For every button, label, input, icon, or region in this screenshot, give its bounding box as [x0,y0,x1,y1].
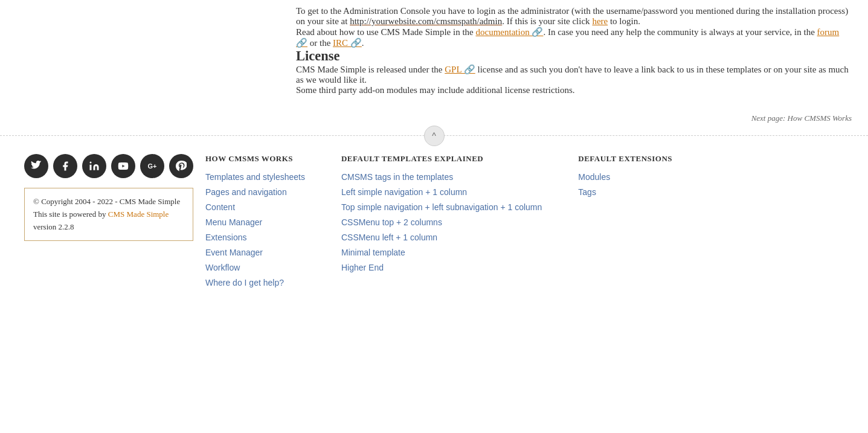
copyright-line2: This site is powered by CMS Made Simple … [33,208,184,234]
youtube-icon[interactable] [111,154,135,178]
list-item: CSSMenu top + 2 columns [341,217,542,228]
list-item: Higher End [341,263,542,273]
list-item: Top simple navigation + left subnavigati… [341,202,542,213]
next-page-link[interactable]: Next page: How CMSMS Works [296,114,852,123]
modules-link[interactable]: Modules [578,172,610,182]
admin-console-paragraph: To get to the Administration Console you… [296,6,852,27]
divider-section: ^ [0,135,868,136]
where-get-help-link[interactable]: Where do I get help? [205,278,284,287]
copyright-box: © Copyright 2004 - 2022 - CMS Made Simpl… [24,188,193,241]
documentation-link[interactable]: documentation 🔗 [475,27,543,37]
how-cmsms-heading: HOW CMSMS WORKS [205,154,305,164]
default-extensions-list: Modules Tags [578,172,672,197]
list-item: Pages and navigation [205,187,305,197]
how-cmsms-list: Templates and stylesheets Pages and navi… [205,172,305,288]
list-item: CMSMS tags in the templates [341,172,542,182]
facebook-icon[interactable] [53,154,77,178]
here-link[interactable]: here [592,16,608,26]
cssmenu-left-link[interactable]: CSSMenu left + 1 column [341,233,437,242]
list-item: Where do I get help? [205,278,305,288]
version-text: version 2.2.8 [33,222,74,231]
license-paragraph-1: CMS Made Simple is released under the GP… [296,64,852,85]
workflow-link[interactable]: Workflow [205,263,240,272]
pinterest-icon[interactable] [169,154,193,178]
list-item: Menu Manager [205,217,305,228]
list-item: Minimal template [341,248,542,258]
forum-link[interactable]: forum 🔗 [296,27,839,48]
main-content: To get to the Administration Console you… [296,0,864,129]
documentation-paragraph: Read about how to use CMS Made Simple in… [296,27,852,48]
content-link[interactable]: Content [205,202,235,212]
copyright-line1: © Copyright 2004 - 2022 - CMS Made Simpl… [33,196,184,208]
event-manager-link[interactable]: Event Manager [205,248,263,257]
default-templates-heading: DEFAULT TEMPLATES EXPLAINED [341,154,542,164]
irc-link[interactable]: IRC 🔗 [333,38,362,48]
pages-navigation-link[interactable]: Pages and navigation [205,187,287,197]
list-item: Content [205,202,305,213]
svg-point-0 [90,162,92,164]
list-item: Workflow [205,263,305,273]
footer-col-default-extensions: DEFAULT EXTENSIONS Modules Tags [578,154,672,293]
license-heading: License [296,48,852,64]
footer: G+ © Copyright 2004 - 2022 - CMS Made Si… [0,136,868,305]
menu-manager-link[interactable]: Menu Manager [205,217,262,227]
tags-link[interactable]: Tags [578,187,596,197]
list-item: Templates and stylesheets [205,172,305,182]
twitter-icon[interactable] [24,154,48,178]
higher-end-link[interactable]: Higher End [341,263,384,272]
list-item: Tags [578,187,672,197]
cmsms-tags-link[interactable]: CMSMS tags in the templates [341,172,453,182]
cms-made-simple-link[interactable]: CMS Made Simple [108,210,169,219]
scroll-up-button[interactable]: ^ [424,126,445,146]
social-icons: G+ [24,154,193,178]
default-templates-list: CMSMS tags in the templates Left simple … [341,172,542,273]
license-paragraph-2: Some third party add-on modules may incl… [296,85,852,95]
list-item: Left simple navigation + 1 column [341,187,542,197]
footer-col-default-templates: DEFAULT TEMPLATES EXPLAINED CMSMS tags i… [341,154,542,293]
default-extensions-heading: DEFAULT EXTENSIONS [578,154,672,164]
page-wrapper: To get to the Administration Console you… [0,0,868,433]
admin-url: http://yourwebsite.com/cmsmspath/admin [350,16,502,26]
footer-left: G+ © Copyright 2004 - 2022 - CMS Made Si… [12,154,193,293]
footer-columns: HOW CMSMS WORKS Templates and stylesheet… [193,154,856,293]
gpl-link[interactable]: GPL 🔗 [445,65,475,74]
list-item: Event Manager [205,248,305,258]
cssmenu-top-link[interactable]: CSSMenu top + 2 columns [341,217,442,227]
googleplus-icon[interactable]: G+ [140,154,164,178]
list-item: CSSMenu left + 1 column [341,233,542,243]
templates-stylesheets-link[interactable]: Templates and stylesheets [205,172,305,182]
top-simple-nav-link[interactable]: Top simple navigation + left subnavigati… [341,202,542,212]
extensions-link[interactable]: Extensions [205,233,246,242]
list-item: Extensions [205,233,305,243]
list-item: Modules [578,172,672,182]
minimal-template-link[interactable]: Minimal template [341,248,405,257]
footer-col-how-cmsms: HOW CMSMS WORKS Templates and stylesheet… [205,154,305,293]
linkedin-icon[interactable] [82,154,106,178]
left-simple-nav-link[interactable]: Left simple navigation + 1 column [341,187,467,197]
